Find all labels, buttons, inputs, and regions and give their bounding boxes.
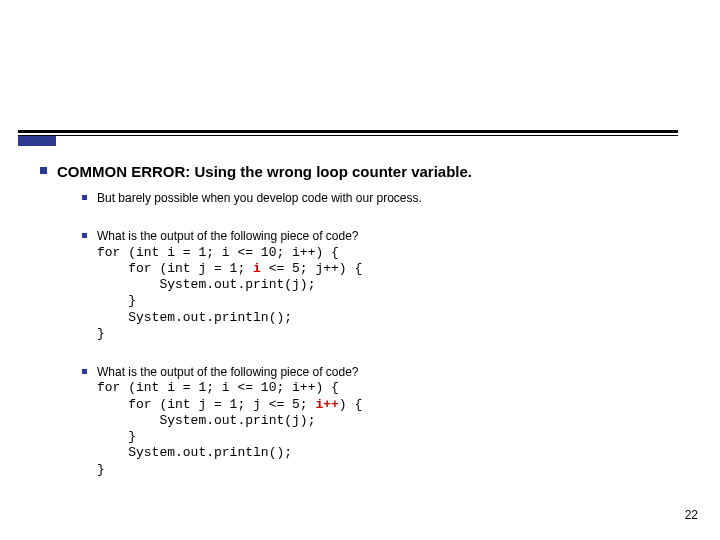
content-area: COMMON ERROR: Using the wrong loop count… (40, 162, 680, 478)
error-highlight: i++ (315, 397, 338, 412)
error-highlight: i (253, 261, 261, 276)
code-line: for (int j = 1; j <= 5; i++) { (97, 397, 362, 413)
page-number: 22 (685, 508, 698, 522)
code-line: } (97, 293, 362, 309)
bullet-level2-code2: What is the output of the following piec… (82, 364, 680, 478)
note-text: But barely possible when you develop cod… (97, 190, 422, 206)
bullet-level2-code1: What is the output of the following piec… (82, 228, 680, 342)
question-2: What is the output of the following piec… (97, 364, 362, 380)
bullet-level1: COMMON ERROR: Using the wrong loop count… (40, 162, 680, 182)
code-block-2: What is the output of the following piec… (97, 364, 362, 478)
code-line: System.out.print(j); (97, 277, 362, 293)
square-bullet-icon (82, 233, 87, 238)
code-line: System.out.print(j); (97, 413, 362, 429)
header-rule (18, 130, 678, 136)
code-line: System.out.println(); (97, 445, 362, 461)
question-1: What is the output of the following piec… (97, 228, 362, 244)
code-line: for (int i = 1; i <= 10; i++) { (97, 245, 362, 261)
rule-thin (18, 135, 678, 136)
square-bullet-icon (82, 195, 87, 200)
code-line: } (97, 326, 362, 342)
bullet-level2-note: But barely possible when you develop cod… (82, 190, 680, 206)
code-line: System.out.println(); (97, 310, 362, 326)
rule-thick (18, 130, 678, 133)
code-line: } (97, 429, 362, 445)
heading-text: COMMON ERROR: Using the wrong loop count… (57, 162, 472, 182)
square-bullet-icon (40, 167, 47, 174)
code-block-1: What is the output of the following piec… (97, 228, 362, 342)
code-line: for (int j = 1; i <= 5; j++) { (97, 261, 362, 277)
code-line: } (97, 462, 362, 478)
accent-bar (18, 136, 56, 146)
slide: COMMON ERROR: Using the wrong loop count… (0, 0, 720, 540)
code-line: for (int i = 1; i <= 10; i++) { (97, 380, 362, 396)
square-bullet-icon (82, 369, 87, 374)
